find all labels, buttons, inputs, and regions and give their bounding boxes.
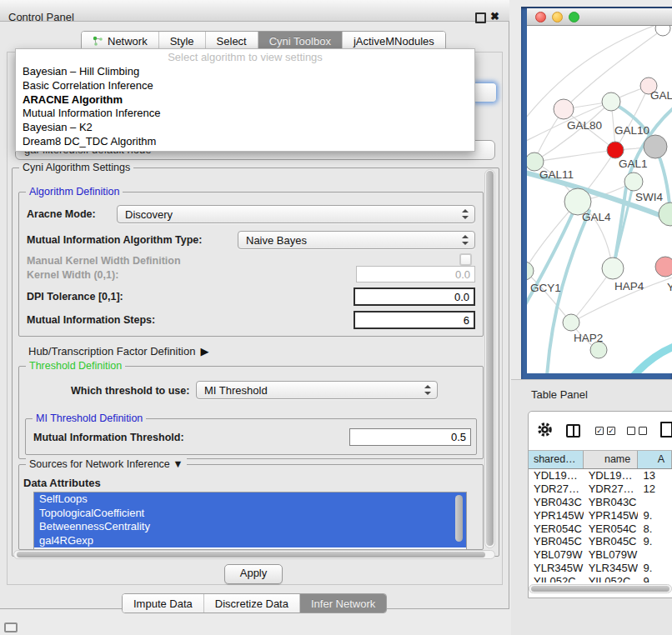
- table-row[interactable]: YLR345WYLR345W9.: [529, 562, 672, 575]
- deselect-all-checkbox-icon[interactable]: [639, 427, 647, 435]
- network-edge[interactable]: [534, 150, 615, 162]
- algorithm-option-bayesian-k2[interactable]: Bayesian – K2: [16, 121, 474, 135]
- manual-kernel-checkbox[interactable]: [459, 253, 472, 266]
- network-node[interactable]: [602, 92, 620, 111]
- network-node[interactable]: [602, 258, 624, 279]
- table-row[interactable]: YBR043CYBR043C: [529, 496, 672, 509]
- tab-cyni-toolbox[interactable]: Cyni Toolbox: [258, 32, 343, 50]
- bottom-tab-impute-data[interactable]: Impute Data: [123, 594, 204, 612]
- network-node[interactable]: [644, 135, 667, 158]
- table-cell: YBR045C: [529, 535, 584, 548]
- attribute-item-gal4rgexp[interactable]: gal4RGexp: [34, 534, 466, 548]
- tab-style[interactable]: Style: [159, 32, 206, 50]
- network-edge[interactable]: [527, 26, 664, 122]
- network-node[interactable]: [655, 26, 670, 36]
- settings-horizontal-scrollbar[interactable]: [13, 550, 495, 559]
- close-traffic-light-icon[interactable]: [535, 12, 546, 22]
- network-icon: [93, 36, 103, 47]
- settings-vertical-scrollbar[interactable]: [484, 169, 495, 548]
- column-header-name[interactable]: name: [584, 451, 639, 468]
- table-horizontal-scrollbar-thumb[interactable]: [531, 586, 669, 592]
- table-row[interactable]: YBL079WYBL079W: [529, 548, 672, 562]
- network-node[interactable]: [590, 342, 607, 358]
- network-node[interactable]: [607, 142, 624, 158]
- table-cell: 9.: [638, 509, 672, 522]
- table-row[interactable]: YDR27…YDR27…12: [529, 482, 672, 496]
- table-row[interactable]: YER054CYER054C8.: [529, 522, 672, 536]
- gear-icon[interactable]: [537, 422, 553, 441]
- background-focused-combo[interactable]: [475, 82, 497, 102]
- network-node[interactable]: [624, 172, 643, 191]
- algorithm-option-bayesian-hill-climbing[interactable]: Bayesian – Hill Climbing: [16, 65, 474, 79]
- column-header-shared-[interactable]: shared…: [529, 451, 584, 468]
- column-header-a[interactable]: A: [638, 451, 672, 468]
- mi-steps-field[interactable]: [354, 311, 475, 329]
- table-row[interactable]: YDL19…YDL19…13: [529, 469, 672, 482]
- tab-label: Style: [170, 35, 194, 48]
- data-attributes-list: SelfLoopsTopologicalCoefficientBetweenne…: [33, 492, 467, 550]
- aracne-mode-combo[interactable]: Discovery: [117, 205, 475, 223]
- tab-select[interactable]: Select: [206, 32, 258, 50]
- node-label: GAL1: [619, 158, 648, 170]
- mi-type-value: Naive Bayes: [246, 234, 307, 247]
- tab-network[interactable]: Network: [82, 32, 159, 50]
- threshold-definition-title: Threshold Definition: [26, 360, 125, 372]
- expand-arrow-icon[interactable]: ▶: [200, 345, 208, 358]
- algorithm-option-dream8-dc-tdc-algorithm[interactable]: Dream8 DC_TDC Algorithm: [16, 135, 474, 149]
- table-row[interactable]: YIL052CYIL052C9: [529, 575, 672, 582]
- table-cell: YDR27…: [584, 482, 639, 496]
- network-node[interactable]: [554, 99, 574, 119]
- table-row[interactable]: YBR045CYBR045C9.: [529, 535, 672, 548]
- float-window-icon[interactable]: [475, 12, 486, 23]
- table-horizontal-scrollbar[interactable]: [529, 584, 672, 593]
- bottom-tab-infer-network[interactable]: Infer Network: [300, 594, 386, 612]
- attribute-list-scrollbar-thumb[interactable]: [455, 495, 463, 542]
- which-threshold-combo[interactable]: MI Threshold: [196, 381, 438, 399]
- deselect-all-checkbox-icon[interactable]: [627, 427, 635, 435]
- select-all-checkbox-icon[interactable]: ✓: [595, 427, 604, 435]
- hub-definition-section[interactable]: Hub/Transcription Factor Definition▶: [28, 345, 208, 358]
- control-panel-titlebar: [0, 0, 509, 22]
- dpi-tolerance-label: DPI Tolerance [0,1]:: [27, 291, 123, 302]
- tab-label: Impute Data: [133, 598, 193, 610]
- algorithm-option-aracne-algorithm[interactable]: ARACNE Algorithm: [16, 93, 474, 108]
- attribute-item-selfloops[interactable]: SelfLoops: [34, 492, 466, 507]
- apply-button[interactable]: Apply: [224, 564, 283, 584]
- table-cell: [638, 548, 672, 562]
- table-cell: YIL052C: [584, 575, 639, 582]
- columns-icon[interactable]: [566, 424, 580, 438]
- dpi-tolerance-field[interactable]: [354, 288, 475, 306]
- tab-jactivemnodules[interactable]: jActiveMNodules: [343, 32, 445, 50]
- close-icon[interactable]: ✖: [490, 10, 499, 22]
- network-edge[interactable]: [613, 182, 634, 268]
- tab-label: Discretize Data: [215, 598, 288, 610]
- select-all-checkbox-icon[interactable]: ✓: [607, 427, 615, 435]
- document-icon[interactable]: [660, 422, 672, 438]
- zoom-traffic-light-icon[interactable]: [569, 12, 579, 22]
- table-cell: YBL079W: [584, 548, 639, 562]
- table-row[interactable]: YPR145WYPR145W9.: [529, 509, 672, 522]
- attribute-item-betweennesscentrality[interactable]: BetweennessCentrality: [34, 520, 466, 534]
- algorithm-option-mutual-information-inference[interactable]: Mutual Information Inference: [16, 107, 474, 121]
- table-cell: 9.: [638, 562, 672, 575]
- network-edge[interactable]: [634, 344, 672, 373]
- attribute-item-topologicalcoefficient[interactable]: TopologicalCoefficient: [34, 507, 466, 521]
- algorithm-option-basic-correlation-inference[interactable]: Basic Correlation Inference: [16, 79, 474, 93]
- bottom-tab-discretize-data[interactable]: Discretize Data: [204, 594, 300, 612]
- network-canvas[interactable]: GALGAL80GAL10GAL1GAL11SWI4GAL4GCY1HAP4YH…: [527, 26, 672, 373]
- network-node[interactable]: [527, 262, 534, 280]
- settings-horizontal-scrollbar-thumb[interactable]: [17, 552, 485, 558]
- settings-vertical-scrollbar-thumb[interactable]: [486, 171, 494, 546]
- network-node[interactable]: [655, 257, 672, 277]
- mi-threshold-field[interactable]: [349, 428, 471, 446]
- network-node[interactable]: [659, 202, 672, 226]
- network-window-titlebar[interactable]: [527, 8, 672, 26]
- network-node[interactable]: [563, 314, 579, 331]
- minimized-panel-icon[interactable]: [4, 622, 18, 632]
- combo-arrows-icon: [462, 235, 469, 245]
- collapse-arrow-icon[interactable]: ▼: [173, 458, 183, 470]
- minimize-traffic-light-icon[interactable]: [552, 12, 563, 22]
- mi-type-combo[interactable]: Naive Bayes: [238, 231, 475, 249]
- network-graph[interactable]: GALGAL80GAL10GAL1GAL11SWI4GAL4GCY1HAP4YH…: [527, 26, 672, 373]
- kernel-width-field[interactable]: [356, 266, 475, 282]
